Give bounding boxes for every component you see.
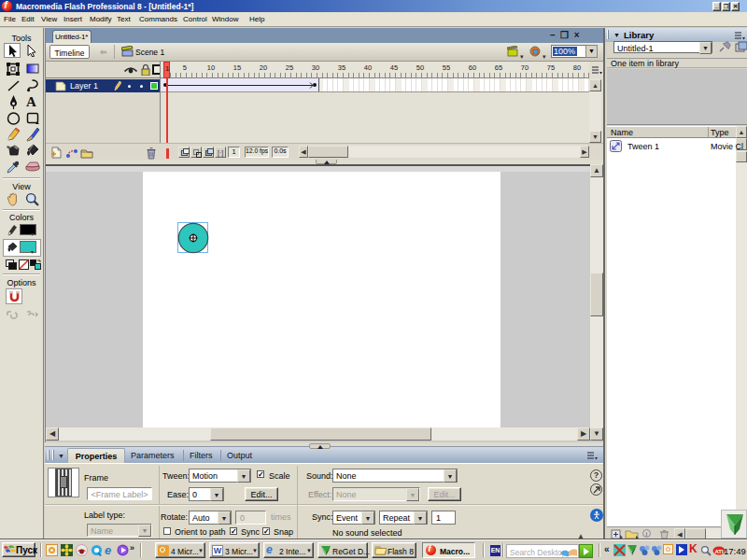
svg-text:ATI: ATI xyxy=(714,549,724,554)
